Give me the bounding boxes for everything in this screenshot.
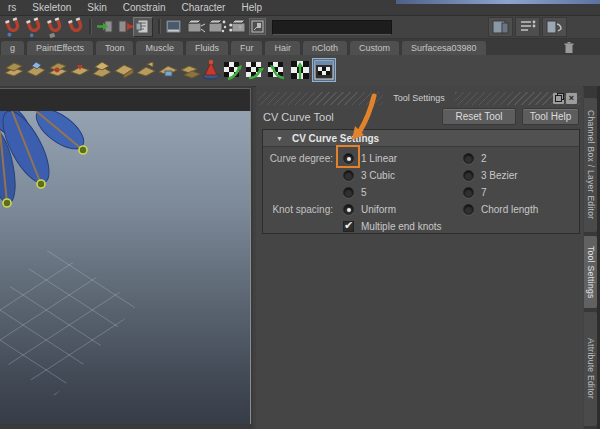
menu-item-character[interactable]: Character	[174, 1, 234, 14]
curve-checker-icon[interactable]	[266, 58, 290, 82]
menu-item-skeleton[interactable]: Skeleton	[24, 1, 79, 14]
blue-leaves-object	[0, 111, 90, 207]
render-current-frame-icon[interactable]	[186, 17, 206, 37]
collapse-triangle-icon[interactable]: ▼	[276, 135, 283, 142]
radio-label: Chord length	[481, 204, 538, 215]
surface-tool-icon[interactable]	[46, 58, 70, 82]
radio-label: 2	[481, 153, 487, 164]
radio-label: Uniform	[361, 204, 396, 215]
radio-label: 3 Bezier	[481, 170, 518, 181]
radio-7[interactable]	[463, 187, 474, 198]
surface-tool-icon[interactable]	[134, 58, 158, 82]
check-icon: ✔	[344, 220, 353, 231]
render-view-icon[interactable]	[164, 17, 184, 37]
tool-help-button[interactable]: Tool Help	[522, 108, 579, 125]
curve-checker-icon[interactable]	[288, 58, 312, 82]
cv-curve-tool-icon-selected[interactable]	[312, 58, 336, 82]
shelf-tab-fluids[interactable]: Fluids	[186, 41, 228, 55]
radio-3-cubic[interactable]	[343, 170, 354, 181]
radio-5[interactable]	[343, 187, 354, 198]
tab-attribute-editor[interactable]: Attribute Editor	[584, 312, 597, 426]
surface-tool-icon[interactable]	[112, 58, 136, 82]
close-icon[interactable]: ×	[566, 93, 577, 104]
reset-tool-button[interactable]: Reset Tool	[442, 108, 516, 125]
viewport-menu-bar	[0, 88, 251, 111]
ipr-render-icon[interactable]	[207, 17, 227, 37]
window-edge-highlight	[396, 0, 600, 4]
snap-to-grids-icon[interactable]	[3, 17, 23, 37]
section-title: CV Curve Settings	[292, 133, 379, 144]
shelf-tab-partial[interactable]: g	[1, 41, 24, 55]
snap-to-points-icon[interactable]	[45, 17, 65, 37]
viewport-canvas[interactable]	[0, 111, 251, 424]
chevron-down-icon[interactable]: ▾	[238, 22, 243, 32]
panel-title: Tool Settings	[383, 92, 455, 105]
input-connections-icon[interactable]	[95, 17, 115, 37]
cv-curve-settings-header[interactable]: ▼ CV Curve Settings	[263, 130, 579, 147]
multiple-end-knots-checkbox[interactable]: ✔	[343, 221, 354, 232]
knot-spacing-row: Knot spacing: Uniform Chord length	[263, 201, 579, 218]
snap-to-curves-icon[interactable]	[24, 17, 44, 37]
show-attribute-editor-button[interactable]	[488, 17, 513, 37]
shelf-tab-fur[interactable]: Fur	[231, 41, 263, 55]
shelf-tab-painteffects[interactable]: PaintEffects	[27, 41, 93, 55]
shelf-tab-muscle[interactable]: Muscle	[136, 41, 183, 55]
show-channel-box-button[interactable]	[542, 17, 567, 37]
radio-label: 1 Linear	[361, 153, 397, 164]
sidebar-tab-strip: Channel Box / Layer Editor Tool Settings…	[584, 86, 597, 429]
radio-2[interactable]	[463, 153, 474, 164]
surface-tool-icon[interactable]	[24, 58, 48, 82]
radio-uniform[interactable]	[343, 204, 354, 215]
shelf-tab-toon[interactable]: Toon	[96, 41, 134, 55]
status-line: ▾	[0, 16, 600, 39]
menu-item-constrain[interactable]: Constrain	[115, 1, 174, 14]
menu-item-skin[interactable]: Skin	[79, 1, 114, 14]
surface-tool-icon[interactable]	[2, 58, 26, 82]
surface-tool-icon[interactable]	[90, 58, 114, 82]
viewport-panel[interactable]	[0, 86, 253, 429]
annotation-highlight-rect	[336, 145, 360, 168]
knot-spacing-label: Knot spacing:	[263, 204, 341, 215]
toolbar-separator	[89, 19, 92, 34]
shelf-tab-bar: g PaintEffects Toon Muscle Fluids Fur Ha…	[0, 39, 600, 55]
tab-channel-box-layer-editor[interactable]: Channel Box / Layer Editor	[584, 98, 597, 232]
checkbox-label: Multiple end knots	[361, 221, 442, 232]
curve-checker-icon[interactable]	[244, 58, 268, 82]
curve-degree-row-3: 5 7	[263, 184, 579, 201]
surface-tool-icon[interactable]	[178, 58, 202, 82]
panel-title-bar[interactable]: Tool Settings ×	[258, 92, 580, 105]
multiple-end-knots-row: ✔Multiple end knots	[263, 218, 579, 235]
curve-degree-label: Curve degree:	[263, 153, 341, 164]
menu-item-partial[interactable]: rs	[0, 1, 24, 14]
cv-curve-settings-frame: ▼ CV Curve Settings Curve degree: 1 Line…	[262, 129, 580, 234]
snap-to-view-planes-icon[interactable]	[66, 17, 86, 37]
curve-degree-row-2: 3 Cubic 3 Bezier	[263, 167, 579, 184]
cv-curve-settings-body: Curve degree: 1 Linear 2 3 Cubic 3 Bezie…	[263, 147, 579, 235]
tab-tool-settings[interactable]: Tool Settings	[584, 236, 597, 308]
radio-chord-length[interactable]	[463, 204, 474, 215]
toolbar-separator	[158, 19, 161, 34]
tool-name: CV Curve Tool	[263, 111, 334, 123]
shelf-tab-ncloth[interactable]: nCloth	[303, 41, 347, 55]
surface-tool-icon[interactable]	[156, 58, 180, 82]
shelf-tab-surfaces[interactable]: Surfacesa03980	[402, 41, 486, 55]
show-tool-settings-button[interactable]	[515, 17, 540, 37]
curve-checker-icon[interactable]	[222, 58, 246, 82]
radio-label: 7	[481, 187, 487, 198]
float-panel-icon[interactable]	[553, 93, 564, 104]
maya-window: rs Skeleton Skin Constrain Character Hel…	[0, 0, 600, 429]
radio-3-bezier[interactable]	[463, 170, 474, 181]
trash-icon[interactable]	[562, 41, 576, 54]
radio-label: 5	[361, 187, 367, 198]
status-input-field[interactable]	[272, 20, 392, 35]
scene-graphics	[0, 111, 251, 424]
shelf-tab-custom[interactable]: Custom	[350, 41, 399, 55]
shelf-tab-hair[interactable]: Hair	[265, 41, 300, 55]
surface-tool-icon[interactable]	[68, 58, 92, 82]
menu-item-help[interactable]: Help	[233, 1, 270, 14]
selection-mask-icon[interactable]	[249, 18, 266, 35]
shelf	[0, 55, 600, 87]
construction-history-toggle[interactable]	[133, 17, 153, 37]
tool-settings-panel: Tool Settings × CV Curve Tool Reset Tool…	[256, 86, 583, 429]
nurbs-cone-icon[interactable]	[200, 58, 224, 82]
